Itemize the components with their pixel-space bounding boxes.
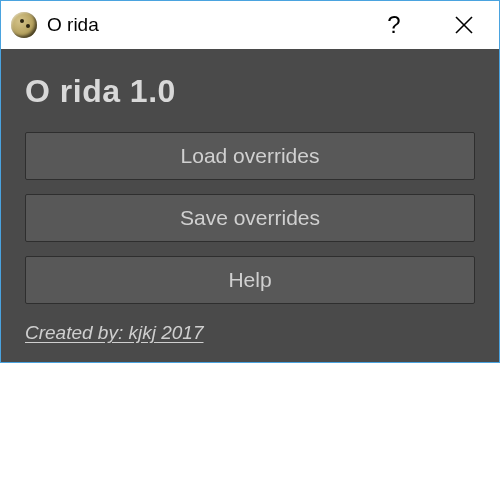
app-heading: O rida 1.0	[25, 73, 475, 110]
close-button[interactable]	[429, 1, 499, 49]
empty-area	[0, 363, 500, 463]
client-area: O rida 1.0 Load overrides Save overrides…	[1, 49, 499, 362]
titlebar: O rida ?	[1, 1, 499, 49]
help-action-button[interactable]: Help	[25, 256, 475, 304]
app-icon	[11, 12, 37, 38]
load-overrides-button[interactable]: Load overrides	[25, 132, 475, 180]
app-window: O rida ? O rida 1.0 Load overrides Save …	[0, 0, 500, 363]
credits-link[interactable]: Created by: kjkj 2017	[25, 322, 475, 344]
title-controls: ?	[359, 1, 499, 49]
help-button[interactable]: ?	[359, 1, 429, 49]
close-icon	[455, 16, 473, 34]
save-overrides-button[interactable]: Save overrides	[25, 194, 475, 242]
window-title: O rida	[47, 14, 359, 36]
